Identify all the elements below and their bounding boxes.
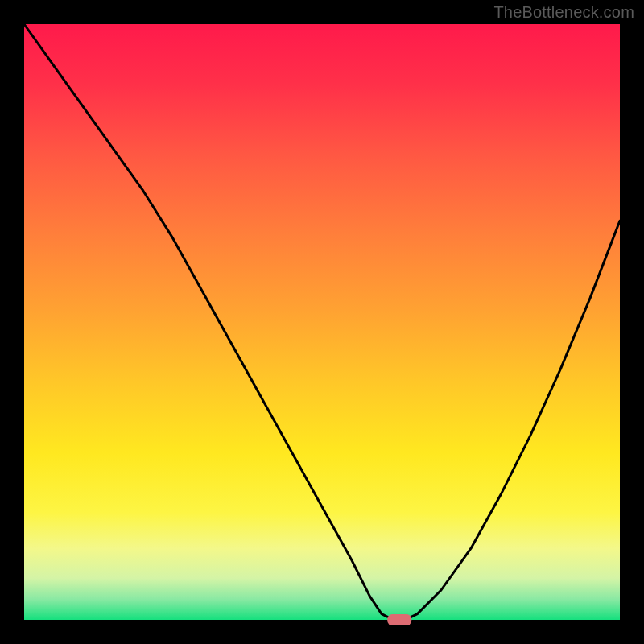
chart-canvas [0, 0, 644, 644]
plot-background [24, 24, 620, 620]
watermark-text: TheBottleneck.com [493, 3, 634, 22]
optimal-marker [387, 614, 411, 625]
bottleneck-chart: TheBottleneck.com [0, 0, 644, 644]
